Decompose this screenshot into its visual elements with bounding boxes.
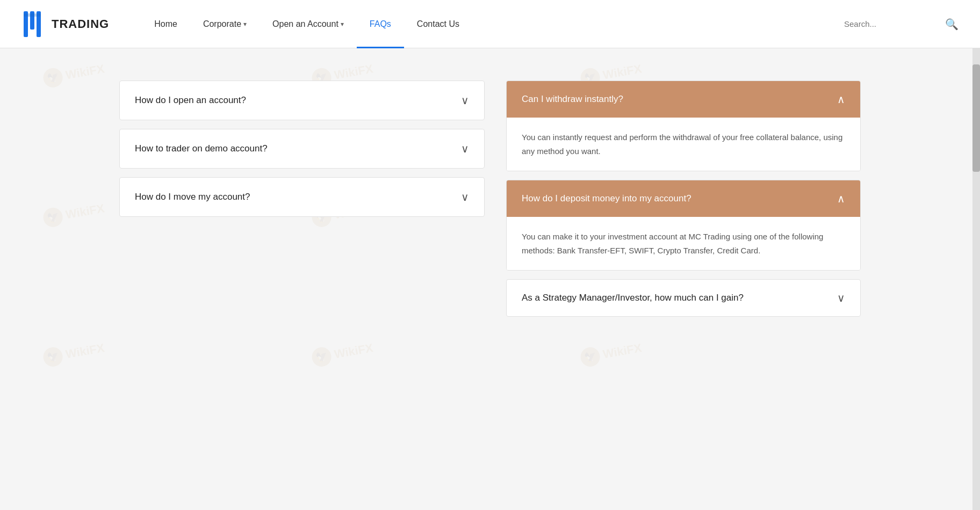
- logo[interactable]: TRADING: [21, 9, 109, 39]
- nav-corporate[interactable]: Corporate ▾: [190, 0, 260, 48]
- chevron-down-icon: ∨: [837, 292, 845, 304]
- faq-right-header-3[interactable]: As a Strategy Manager/Investor, how much…: [507, 280, 860, 316]
- chevron-up-icon: ∧: [837, 192, 845, 205]
- faq-right-item-3: As a Strategy Manager/Investor, how much…: [506, 279, 861, 317]
- faq-right-header-1[interactable]: Can I withdraw instantly? ∧: [507, 81, 860, 118]
- main-nav: Home Corporate ▾ Open an Account ▾ FAQs …: [141, 0, 844, 48]
- nav-open-account[interactable]: Open an Account ▾: [260, 0, 357, 48]
- faq-header-3[interactable]: How do I move my account? ∨: [120, 178, 484, 216]
- chevron-down-icon: ▾: [341, 20, 344, 28]
- faq-item-2[interactable]: How to trader on demo account? ∨: [119, 129, 485, 169]
- faq-question-3: How do I move my account?: [135, 192, 250, 202]
- svg-rect-3: [24, 13, 41, 17]
- faq-right-question-2: How do I deposit money into my account?: [522, 193, 691, 204]
- faq-question-2: How to trader on demo account?: [135, 143, 268, 154]
- faq-answer-2: You can make it to your investment accou…: [507, 217, 860, 270]
- chevron-up-icon: ∧: [837, 93, 845, 106]
- header: TRADING Home Corporate ▾ Open an Account…: [0, 0, 980, 48]
- search-input[interactable]: [844, 19, 941, 28]
- nav-home[interactable]: Home: [141, 0, 190, 48]
- logo-text: TRADING: [52, 17, 109, 31]
- main-content: How do I open an account? ∨ How to trade…: [87, 48, 893, 349]
- scrollbar-thumb[interactable]: [972, 64, 980, 172]
- faq-right-question-1: Can I withdraw instantly?: [522, 94, 623, 105]
- chevron-down-icon: ∨: [461, 142, 469, 155]
- faq-header-1[interactable]: How do I open an account? ∨: [120, 81, 484, 120]
- scrollbar[interactable]: [972, 0, 980, 349]
- right-faq-column: Can I withdraw instantly? ∧ You can inst…: [506, 81, 861, 317]
- faq-header-2[interactable]: How to trader on demo account? ∨: [120, 129, 484, 168]
- nav-faqs[interactable]: FAQs: [357, 0, 404, 48]
- faq-question-1: How do I open an account?: [135, 95, 246, 106]
- faq-right-item-1: Can I withdraw instantly? ∧ You can inst…: [506, 81, 861, 171]
- nav-contact-us[interactable]: Contact Us: [404, 0, 472, 48]
- search-button[interactable]: 🔍: [945, 18, 959, 31]
- logo-icon: [21, 9, 47, 39]
- chevron-down-icon: ▾: [243, 20, 247, 28]
- faq-right-question-3: As a Strategy Manager/Investor, how much…: [522, 293, 744, 303]
- search-icon: 🔍: [945, 18, 959, 30]
- search-area: 🔍: [844, 18, 959, 31]
- left-faq-column: How do I open an account? ∨ How to trade…: [119, 81, 485, 317]
- faq-item-3[interactable]: How do I move my account? ∨: [119, 177, 485, 217]
- faq-answer-1: You can instantly request and perform th…: [507, 118, 860, 171]
- faq-right-header-2[interactable]: How do I deposit money into my account? …: [507, 180, 860, 217]
- faq-right-item-2: How do I deposit money into my account? …: [506, 180, 861, 271]
- chevron-down-icon: ∨: [461, 191, 469, 203]
- chevron-down-icon: ∨: [461, 94, 469, 107]
- faq-item-1[interactable]: How do I open an account? ∨: [119, 81, 485, 120]
